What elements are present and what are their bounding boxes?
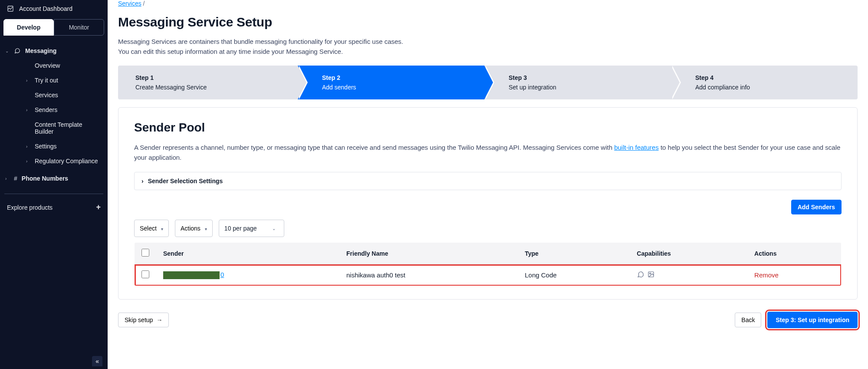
page-desc-line2: You can edit this setup information at a… bbox=[118, 48, 343, 55]
add-senders-button[interactable]: Add Senders bbox=[791, 200, 842, 214]
explore-products-label: Explore products bbox=[7, 204, 53, 211]
col-type: Type bbox=[518, 243, 630, 264]
per-page-label: 10 per page bbox=[224, 225, 257, 232]
table-toolbar: Select Actions 10 per page ⌄ bbox=[134, 220, 842, 237]
sidebar-item-label: Senders bbox=[35, 106, 57, 113]
sidebar-item-phone-numbers[interactable]: › # Phone Numbers bbox=[0, 171, 108, 186]
skip-setup-button[interactable]: Skip setup → bbox=[118, 313, 169, 327]
collapse-label: Sender Selection Settings bbox=[148, 178, 223, 184]
mms-icon bbox=[647, 271, 655, 278]
arrow-right-icon: → bbox=[156, 316, 162, 323]
chevron-down-icon: ⌄ bbox=[269, 224, 279, 233]
sidebar-item-regulatory-compliance[interactable]: › Regulatory Compliance bbox=[14, 154, 108, 168]
table-row: 0 nishikawa auth0 test Long Code bbox=[135, 264, 842, 286]
step-label: Step 2 bbox=[322, 74, 474, 81]
dashboard-icon bbox=[7, 5, 14, 12]
account-dashboard-link[interactable]: Account Dashboard bbox=[0, 0, 108, 17]
sidebar-item-services[interactable]: Services bbox=[14, 88, 108, 102]
account-dashboard-label: Account Dashboard bbox=[19, 5, 72, 12]
sidebar-item-label: Try it out bbox=[35, 77, 58, 84]
chevron-right-icon: › bbox=[141, 178, 144, 184]
step-1[interactable]: Step 1 Create Messaging Service bbox=[118, 66, 298, 99]
next-step-button[interactable]: Step 3: Set up integration bbox=[767, 312, 858, 328]
sms-icon bbox=[637, 271, 644, 278]
sidebar-item-senders[interactable]: › Senders bbox=[14, 102, 108, 117]
sidebar-item-label: Settings bbox=[35, 143, 57, 150]
step-text: Add compliance info bbox=[695, 84, 847, 91]
message-icon bbox=[14, 48, 21, 54]
per-page-select[interactable]: 10 per page ⌄ bbox=[219, 220, 284, 237]
select-all-checkbox[interactable] bbox=[141, 249, 149, 257]
plus-icon: + bbox=[96, 203, 101, 212]
breadcrumb: Services / bbox=[118, 0, 858, 7]
sidebar-item-overview[interactable]: Overview bbox=[14, 58, 108, 73]
cell-friendly-name: nishikawa auth0 test bbox=[339, 264, 518, 286]
actions-label: Actions bbox=[181, 225, 201, 232]
step-4[interactable]: Step 4 Add compliance info bbox=[671, 66, 858, 99]
page-title: Messaging Service Setup bbox=[118, 15, 858, 30]
explore-products-link[interactable]: Explore products + bbox=[0, 198, 108, 216]
svg-point-2 bbox=[650, 273, 651, 274]
breadcrumb-services-link[interactable]: Services bbox=[118, 0, 141, 7]
chevron-right-icon: › bbox=[26, 108, 30, 112]
sidebar-item-label: Content Template Builder bbox=[35, 121, 102, 135]
main-content: Services / Messaging Service Setup Messa… bbox=[108, 0, 868, 369]
sidebar-item-label: Services bbox=[35, 92, 58, 99]
sidebar-tabs: Develop Monitor bbox=[0, 19, 108, 36]
card-desc-pre: A Sender represents a channel, number ty… bbox=[134, 144, 614, 151]
page-description: Messaging Services are containers that b… bbox=[118, 36, 858, 57]
setup-stepper: Step 1 Create Messaging Service Step 2 A… bbox=[118, 66, 858, 99]
chevron-right-icon: › bbox=[26, 78, 30, 83]
step-3[interactable]: Step 3 Set up integration bbox=[484, 66, 671, 99]
built-in-features-link[interactable]: built-in features bbox=[614, 144, 659, 151]
capabilities-icons bbox=[637, 271, 655, 278]
back-button[interactable]: Back bbox=[735, 313, 761, 327]
cell-type: Long Code bbox=[518, 264, 630, 286]
remove-sender-link[interactable]: Remove bbox=[754, 271, 779, 279]
double-chevron-left-icon: « bbox=[95, 358, 99, 365]
card-description: A Sender represents a channel, number ty… bbox=[134, 142, 842, 163]
tab-monitor[interactable]: Monitor bbox=[54, 19, 104, 36]
collapse-sidebar-button[interactable]: « bbox=[92, 356, 102, 366]
select-dropdown[interactable]: Select bbox=[134, 220, 169, 237]
wizard-footer: Skip setup → Back Step 3: Set up integra… bbox=[118, 312, 858, 328]
sidebar-item-label: Messaging bbox=[25, 47, 56, 54]
hash-icon: # bbox=[14, 175, 17, 182]
sidebar-item-label: Phone Numbers bbox=[22, 175, 68, 182]
chevron-down-icon bbox=[205, 225, 207, 232]
step-text: Create Messaging Service bbox=[135, 84, 287, 91]
sidebar-item-label: Regulatory Compliance bbox=[35, 158, 98, 165]
col-friendly-name: Friendly Name bbox=[339, 243, 518, 264]
step-label: Step 4 bbox=[695, 74, 847, 81]
chevron-right-icon: › bbox=[26, 144, 30, 149]
sender-selection-settings-toggle[interactable]: › Sender Selection Settings bbox=[134, 172, 842, 190]
redacted-sender bbox=[163, 271, 220, 279]
divider bbox=[4, 194, 103, 194]
sidebar: Account Dashboard Develop Monitor ⌄ Mess… bbox=[0, 0, 108, 369]
step-label: Step 3 bbox=[509, 74, 661, 81]
tab-develop[interactable]: Develop bbox=[3, 19, 54, 36]
step-label: Step 1 bbox=[135, 74, 287, 81]
row-checkbox[interactable] bbox=[141, 270, 149, 278]
page-desc-line1: Messaging Services are containers that b… bbox=[118, 38, 403, 45]
step-text: Set up integration bbox=[509, 84, 661, 91]
actions-dropdown[interactable]: Actions bbox=[175, 220, 213, 237]
chevron-right-icon: › bbox=[26, 159, 30, 164]
col-sender: Sender bbox=[156, 243, 339, 264]
sidebar-item-settings[interactable]: › Settings bbox=[14, 139, 108, 154]
chevron-down-icon: ⌄ bbox=[5, 49, 10, 53]
sidebar-item-try-it-out[interactable]: › Try it out bbox=[14, 73, 108, 88]
skip-label: Skip setup bbox=[125, 316, 153, 323]
select-label: Select bbox=[140, 225, 157, 232]
sidebar-item-messaging[interactable]: ⌄ Messaging bbox=[0, 43, 108, 58]
card-title: Sender Pool bbox=[134, 121, 842, 135]
sidebar-item-content-template-builder[interactable]: Content Template Builder bbox=[14, 117, 108, 139]
col-capabilities: Capabilities bbox=[630, 243, 747, 264]
sidebar-item-label: Overview bbox=[35, 62, 60, 69]
col-actions: Actions bbox=[747, 243, 841, 264]
step-2[interactable]: Step 2 Add senders bbox=[298, 66, 484, 99]
step-text: Add senders bbox=[322, 84, 474, 91]
breadcrumb-separator: / bbox=[143, 0, 145, 7]
sender-suffix: 0 bbox=[220, 271, 224, 278]
sender-link[interactable]: 0 bbox=[163, 271, 224, 278]
